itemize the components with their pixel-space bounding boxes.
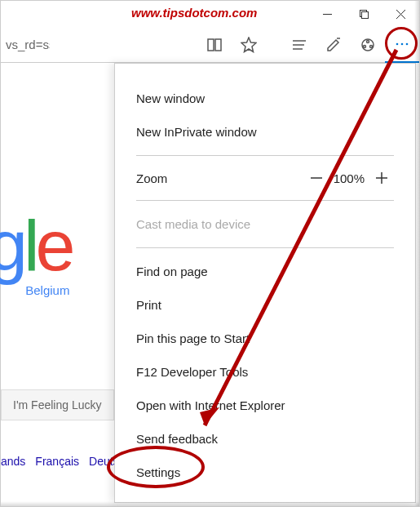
svg-marker-7 xyxy=(241,38,256,52)
google-logo-area: ogle Belgium xyxy=(0,210,71,297)
svg-point-17 xyxy=(401,42,404,45)
menu-cast: Cast media to device xyxy=(136,207,394,241)
shadow-bottom xyxy=(1,501,419,506)
share-icon[interactable] xyxy=(351,27,385,63)
shadow-right xyxy=(414,1,419,506)
hub-icon[interactable] xyxy=(282,27,316,63)
menu-new-window[interactable]: New window xyxy=(136,82,394,115)
google-country: Belgium xyxy=(25,283,69,297)
google-logo: ogle xyxy=(0,210,71,282)
zoom-out-button[interactable] xyxy=(304,171,329,185)
svg-point-16 xyxy=(396,42,399,45)
svg-point-15 xyxy=(370,45,373,47)
menu-settings[interactable]: Settings xyxy=(136,456,394,489)
language-links: ands Français Deutsch xyxy=(1,455,130,468)
reading-view-icon[interactable] xyxy=(197,27,232,63)
favorite-star-icon[interactable] xyxy=(232,27,266,63)
menu-pin[interactable]: Pin this page to Start xyxy=(136,322,394,355)
svg-point-18 xyxy=(406,42,409,45)
menu-divider xyxy=(136,155,394,156)
more-menu-panel: New window New InPrivate window Zoom 100… xyxy=(114,63,416,503)
zoom-label: Zoom xyxy=(136,171,167,185)
menu-divider xyxy=(136,200,394,201)
svg-rect-5 xyxy=(208,39,214,51)
language-link[interactable]: Français xyxy=(35,455,79,468)
watermark-text: www.tipsdotcom.com xyxy=(131,6,257,20)
toolbar: vs_rd=ssl xyxy=(1,27,419,63)
zoom-value: 100% xyxy=(329,171,369,185)
menu-find[interactable]: Find on page xyxy=(136,255,394,288)
maximize-button[interactable] xyxy=(346,2,382,26)
svg-rect-2 xyxy=(362,11,369,18)
svg-rect-6 xyxy=(215,39,221,51)
web-note-icon[interactable] xyxy=(316,27,351,63)
menu-feedback[interactable]: Send feedback xyxy=(136,422,394,456)
menu-zoom-row: Zoom 100% xyxy=(136,162,394,193)
menu-divider xyxy=(136,247,394,248)
language-link[interactable]: ands xyxy=(1,455,25,468)
menu-devtools[interactable]: F12 Developer Tools xyxy=(136,355,394,389)
menu-new-inprivate[interactable]: New InPrivate window xyxy=(136,115,394,149)
menu-open-ie[interactable]: Open with Internet Explorer xyxy=(136,389,394,422)
feeling-lucky-button[interactable]: I'm Feeling Lucky xyxy=(1,389,114,420)
svg-point-14 xyxy=(364,45,366,47)
minimize-button[interactable] xyxy=(309,2,346,26)
url-fragment[interactable]: vs_rd=ssl xyxy=(1,38,50,51)
titlebar: www.tipsdotcom.com xyxy=(1,1,419,27)
svg-point-13 xyxy=(367,40,369,42)
browser-window: www.tipsdotcom.com vs_rd=ssl ogle Belgiu… xyxy=(0,0,420,507)
zoom-in-button[interactable] xyxy=(369,171,394,185)
menu-print[interactable]: Print xyxy=(136,288,394,322)
